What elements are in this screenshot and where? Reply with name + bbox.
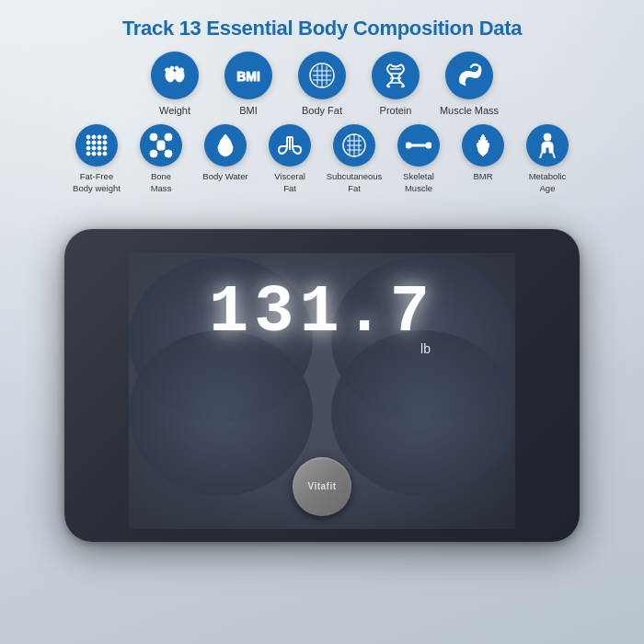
svg-point-4 <box>175 66 178 70</box>
icon-visceral-fat: VisceralFat <box>258 124 322 194</box>
svg-rect-50 <box>411 144 426 146</box>
svg-point-30 <box>86 152 90 155</box>
icon-weight: Weight <box>138 52 212 117</box>
icon-body-fat: Body Fat <box>285 52 359 117</box>
scale-brand: Vitafit <box>307 481 336 491</box>
icon-muscle-mass: Muscle Mass <box>432 52 506 117</box>
icon-subcutaneous: SubcutaneousFat <box>322 124 386 194</box>
scale: 131.7 lb Vitafit <box>46 201 598 542</box>
icons-row-2: Fat-FreeBody weight BoneMass <box>9 124 635 194</box>
icon-visceral-fat-label: VisceralFat <box>274 171 305 194</box>
icon-protein-label: Protein <box>380 104 412 117</box>
icon-body-fat-label: Body Fat <box>302 104 342 117</box>
scale-center-button[interactable]: Vitafit <box>293 457 351 516</box>
svg-point-26 <box>86 146 90 150</box>
svg-point-3 <box>170 66 174 70</box>
scale-body: 131.7 lb Vitafit <box>64 229 580 542</box>
icon-bone-mass-label: BoneMass <box>151 171 172 194</box>
svg-line-52 <box>540 153 542 158</box>
svg-point-28 <box>98 146 101 150</box>
icon-muscle-mass-label: Muscle Mass <box>440 104 499 117</box>
svg-point-35 <box>165 133 172 141</box>
icon-fat-free-label: Fat-FreeBody weight <box>73 171 121 194</box>
svg-point-31 <box>92 152 96 155</box>
svg-point-32 <box>98 152 101 155</box>
svg-point-37 <box>165 150 172 157</box>
icon-metabolic-age-label: MetabolicAge <box>529 171 567 194</box>
svg-point-36 <box>150 150 157 157</box>
svg-point-24 <box>98 141 101 144</box>
svg-point-5 <box>179 68 184 72</box>
icons-section: Weight BMI BMI <box>0 40 644 194</box>
icon-fat-free: Fat-FreeBody weight <box>64 124 129 194</box>
svg-point-27 <box>92 146 96 150</box>
svg-point-18 <box>86 135 90 139</box>
svg-point-51 <box>544 133 551 141</box>
svg-point-29 <box>103 146 107 150</box>
svg-text:BMI: BMI <box>236 69 260 84</box>
icon-metabolic-age: MetabolicAge <box>515 124 580 194</box>
icon-skeletal-label: SkeletalMuscle <box>403 171 434 194</box>
icon-weight-label: Weight <box>159 104 190 117</box>
icon-skeletal: SkeletalMuscle <box>386 124 451 194</box>
svg-rect-38 <box>157 141 165 150</box>
icon-protein: Protein <box>359 52 432 117</box>
scale-unit: lb <box>209 341 435 356</box>
scale-display: 131.7 lb <box>209 280 435 356</box>
icon-body-water-label: Body Water <box>202 171 247 182</box>
svg-point-2 <box>166 68 170 72</box>
svg-point-19 <box>92 135 96 139</box>
svg-point-33 <box>103 152 107 155</box>
icon-bmr: BMR <box>451 124 515 182</box>
icon-subcutaneous-label: SubcutaneousFat <box>327 171 383 194</box>
page-title: Track 13 Essential Body Composition Data <box>122 17 522 40</box>
icons-row-1: Weight BMI BMI <box>9 52 635 117</box>
scale-value: 131.7 <box>209 280 435 346</box>
svg-point-34 <box>150 133 157 141</box>
icon-bmi: BMI BMI <box>212 52 285 117</box>
svg-point-20 <box>98 135 101 139</box>
svg-point-23 <box>92 141 96 144</box>
svg-rect-49 <box>426 143 431 148</box>
svg-point-21 <box>103 135 107 139</box>
svg-line-53 <box>553 153 555 158</box>
icon-bone-mass: BoneMass <box>129 124 193 194</box>
svg-point-25 <box>103 141 107 144</box>
svg-rect-48 <box>406 143 411 148</box>
icon-bmr-label: BMR <box>473 171 492 182</box>
icon-body-water: Body Water <box>193 124 258 182</box>
svg-point-22 <box>86 141 90 144</box>
icon-bmi-label: BMI <box>239 104 258 117</box>
